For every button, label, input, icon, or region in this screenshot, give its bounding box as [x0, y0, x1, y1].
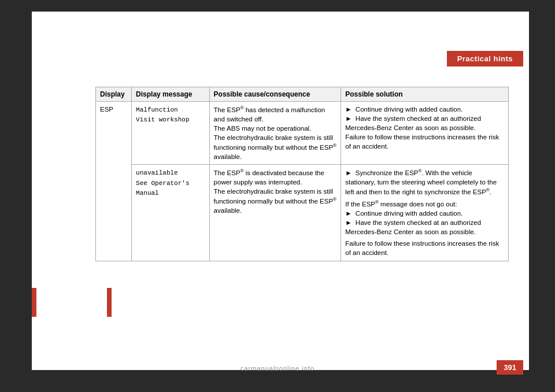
message-cell-2: unavailableSee Operator's Manual	[132, 165, 210, 261]
esp-table: Display Display message Possible cause/c…	[95, 87, 509, 261]
header-tab-label: Practical hints	[457, 54, 513, 63]
solution-bullet-1: ► Continue driving with added caution.	[345, 105, 504, 114]
left-marker-2	[107, 288, 112, 317]
cause-para-3: The electrohydraulic brake system is sti…	[214, 133, 337, 161]
solution-note-2: Failure to follow these instructions inc…	[345, 239, 504, 257]
message-cell-1: MalfunctionVisit workshop	[132, 102, 210, 165]
solution-if-note: If the ESP® message does not go out:	[345, 199, 504, 209]
solution-bullet-4: ► Continue driving with added caution.	[345, 209, 504, 218]
solution-bullet-2: ► Have the system checked at an authoriz…	[345, 114, 504, 132]
solution-bullet-5: ► Have the system checked at an authoriz…	[345, 218, 504, 236]
solution-cell-2: ► Synchronize the ESP®. With the vehicle…	[341, 165, 509, 261]
solution-note-1: Failure to follow these instructions inc…	[345, 132, 504, 151]
col-header-message: Display message	[132, 87, 210, 102]
table-row: unavailableSee Operator's Manual The ESP…	[96, 165, 509, 261]
table-row: ESP MalfunctionVisit workshop The ESP® h…	[96, 102, 509, 165]
cause-para-1: The ESP® has detected a malfunction and …	[214, 105, 337, 124]
table-header-row: Display Display message Possible cause/c…	[96, 87, 509, 102]
col-header-solution: Possible solution	[341, 87, 509, 102]
watermark: carmanualsonline.info	[32, 365, 523, 372]
cause-para-5: The electrohydraulic brake system is sti…	[214, 187, 337, 215]
message-line-2: unavailableSee Operator's Manual	[136, 169, 189, 197]
solution-bullet-3: ► Synchronize the ESP®. With the vehicle…	[345, 168, 504, 197]
cause-para-4: The ESP® is deactivated because the powe…	[214, 168, 337, 187]
cause-para-2: The ABS may not be operational.	[214, 124, 337, 133]
message-line-1: MalfunctionVisit workshop	[136, 106, 189, 123]
col-header-cause: Possible cause/consequence	[209, 87, 341, 102]
header-tab: Practical hints	[447, 51, 523, 66]
left-marker-1	[32, 288, 36, 317]
col-header-display: Display	[96, 87, 132, 102]
cause-cell-1: The ESP® has detected a malfunction and …	[209, 102, 341, 165]
display-cell-esp: ESP	[96, 102, 132, 261]
solution-cell-1: ► Continue driving with added caution. ►…	[341, 102, 509, 165]
cause-cell-2: The ESP® is deactivated because the powe…	[209, 165, 341, 261]
main-table-container: Display Display message Possible cause/c…	[95, 87, 509, 261]
